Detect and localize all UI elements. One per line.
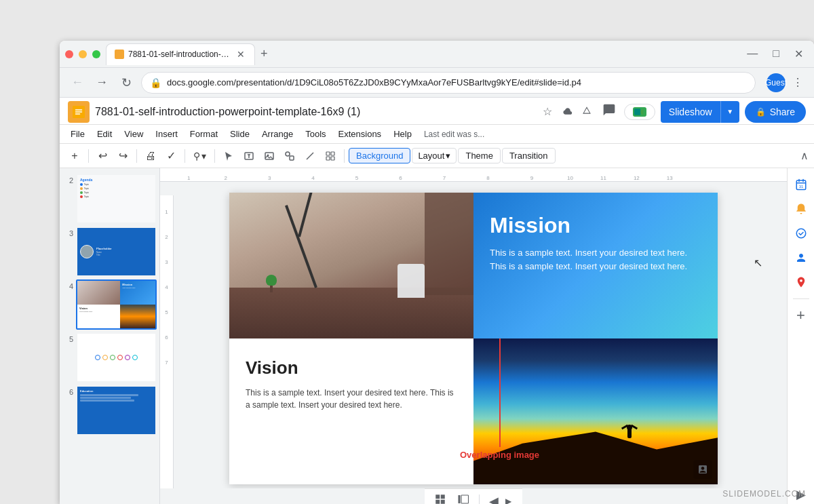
filmstrip-button[interactable] bbox=[453, 490, 473, 504]
slide-thumb-inner-6: Education bbox=[77, 387, 155, 434]
slide-item-4[interactable]: 4 Mission Text sample here Vision bbox=[62, 279, 157, 330]
chat-button[interactable] bbox=[600, 100, 619, 123]
menu-help[interactable]: Help bbox=[388, 126, 417, 142]
menu-view[interactable]: View bbox=[119, 126, 149, 142]
slide-thumb-5[interactable] bbox=[76, 332, 157, 383]
toolbar-more-insert[interactable] bbox=[321, 148, 340, 164]
address-bar: ← → ↻ 🔒 docs.google.com/presentation/d/1… bbox=[60, 68, 814, 98]
toolbar-print[interactable]: 🖨 bbox=[141, 147, 160, 165]
new-tab-button[interactable]: + bbox=[255, 44, 273, 64]
calendar-icon[interactable]: 31 bbox=[790, 174, 812, 195]
star-icon[interactable]: ☆ bbox=[540, 102, 555, 121]
slideshow-dropdown-icon[interactable]: ▼ bbox=[720, 101, 739, 123]
window-controls-right: — □ ✕ bbox=[741, 45, 809, 63]
slideshow-button[interactable]: Slideshow ▼ bbox=[661, 101, 739, 123]
menu-format[interactable]: Format bbox=[185, 126, 223, 142]
maximize-button[interactable] bbox=[92, 50, 100, 58]
active-tab[interactable]: 7881-01-self-introduction-powe... ✕ bbox=[106, 43, 255, 65]
slide-canvas-area: 1 2 3 4 5 6 7 ↖ bbox=[160, 182, 787, 488]
slide-thumb-2[interactable]: Agenda Topic Topic Topic Topic bbox=[76, 174, 157, 224]
tasks-icon[interactable] bbox=[790, 222, 812, 244]
toolbar-image[interactable] bbox=[260, 148, 279, 164]
menu-tools[interactable]: Tools bbox=[300, 126, 331, 142]
slides-panel: 2 Agenda Topic Topic Topic Topic bbox=[60, 168, 160, 504]
svg-rect-15 bbox=[435, 500, 440, 504]
collapse-panel-button[interactable]: ◀ bbox=[485, 491, 503, 505]
drive-icon[interactable] bbox=[579, 103, 594, 121]
refresh-button[interactable]: ↻ bbox=[117, 73, 136, 92]
slide-thumb-3[interactable]: Placeholder Name Title bbox=[76, 227, 157, 277]
menu-arrange[interactable]: Arrange bbox=[256, 126, 298, 142]
grid-view-button[interactable] bbox=[430, 490, 450, 504]
tab-close-icon[interactable]: ✕ bbox=[235, 49, 246, 60]
notification-icon[interactable] bbox=[790, 198, 812, 220]
share-lock-icon: 🔒 bbox=[756, 107, 766, 117]
theme-button[interactable]: Theme bbox=[458, 148, 500, 163]
menu-insert[interactable]: Insert bbox=[150, 126, 183, 142]
silhouette-photo bbox=[473, 338, 718, 484]
menu-edit[interactable]: Edit bbox=[92, 126, 117, 142]
slide-bottom-half: Vision This is a sample text. Insert you… bbox=[229, 338, 718, 484]
meet-button[interactable] bbox=[624, 104, 655, 120]
slide-item-2[interactable]: 2 Agenda Topic Topic Topic Topic bbox=[62, 174, 157, 224]
slide-thumb-4[interactable]: Mission Text sample here Vision Text sam… bbox=[76, 279, 157, 330]
menu-extensions[interactable]: Extensions bbox=[333, 126, 387, 142]
toolbar-undo[interactable]: ↩ bbox=[93, 147, 112, 165]
docs-title-row: 7881-01-self-introduction-powerpoint-tem… bbox=[68, 100, 806, 123]
bottom-separator bbox=[479, 495, 480, 505]
people-icon[interactable] bbox=[790, 247, 812, 269]
menu-bar: File Edit View Insert Format Slide Arran… bbox=[60, 125, 814, 144]
docs-title-icons: ☆ bbox=[540, 102, 594, 121]
title-bar: 7881-01-self-introduction-powe... ✕ + — … bbox=[60, 41, 814, 68]
docs-filename: 7881-01-self-introduction-powerpoint-tem… bbox=[95, 106, 535, 118]
toolbar-collapse-icon[interactable]: ∧ bbox=[800, 149, 809, 162]
mission-box: Mission This is a sample text. Insert yo… bbox=[473, 193, 718, 338]
toolbar-zoom[interactable]: ⚲ ▾ bbox=[189, 148, 210, 164]
vision-box: Vision This is a sample text. Insert you… bbox=[229, 338, 473, 484]
transition-button[interactable]: Transition bbox=[502, 148, 556, 163]
toolbar-shapes[interactable] bbox=[280, 148, 299, 164]
sidebar-add-button[interactable]: + bbox=[790, 305, 812, 326]
meet-icon bbox=[633, 107, 646, 117]
cloud-icon[interactable] bbox=[559, 103, 575, 121]
separator-1 bbox=[88, 149, 89, 163]
toolbar-spellcheck[interactable]: ✓ bbox=[161, 147, 180, 165]
docs-action-buttons: Slideshow ▼ 🔒 Share bbox=[600, 100, 806, 123]
toolbar-cursor[interactable] bbox=[219, 148, 238, 164]
url-text: docs.google.com/presentation/d/1D9CiL08o… bbox=[167, 77, 747, 88]
tab-title: 7881-01-self-introduction-powe... bbox=[128, 50, 231, 59]
toolbar-line[interactable] bbox=[301, 148, 319, 164]
window-close-btn[interactable]: ✕ bbox=[789, 45, 809, 63]
window-restore-btn[interactable]: □ bbox=[767, 45, 785, 63]
main-content: 2 Agenda Topic Topic Topic Topic bbox=[60, 168, 814, 504]
menu-slide[interactable]: Slide bbox=[225, 126, 255, 142]
address-icons: Guest ⋮ bbox=[767, 73, 806, 92]
toolbar-textbox[interactable] bbox=[239, 148, 258, 164]
close-button[interactable] bbox=[65, 50, 73, 58]
separator-2 bbox=[136, 149, 137, 163]
slide-thumb-6[interactable]: Education bbox=[76, 385, 157, 435]
maps-icon[interactable] bbox=[790, 271, 812, 293]
minimize-button[interactable] bbox=[79, 50, 87, 58]
ruler-top: 1 2 3 4 5 6 7 8 9 10 11 12 13 bbox=[160, 168, 787, 182]
slide-item-3[interactable]: 3 Placeholder Name Title bbox=[62, 227, 157, 277]
menu-file[interactable]: File bbox=[65, 126, 90, 142]
toolbar-add-btn[interactable]: + bbox=[65, 147, 84, 165]
background-button[interactable]: Background bbox=[349, 148, 410, 163]
mission-title: Mission bbox=[490, 213, 701, 238]
window-minimize-btn[interactable]: — bbox=[741, 45, 763, 63]
lock-icon: 🔒 bbox=[150, 77, 161, 88]
slide-item-5[interactable]: 5 bbox=[62, 332, 157, 383]
slide-canvas[interactable]: Mission This is a sample text. Insert yo… bbox=[229, 193, 718, 484]
profile-button[interactable]: Guest bbox=[767, 73, 786, 92]
page-indicator[interactable] bbox=[693, 460, 712, 479]
slide-item-6[interactable]: 6 Education bbox=[62, 385, 157, 435]
back-button[interactable]: ← bbox=[68, 73, 87, 92]
svg-rect-10 bbox=[331, 157, 334, 160]
forward-button[interactable]: → bbox=[92, 73, 111, 92]
url-bar[interactable]: 🔒 docs.google.com/presentation/d/1D9CiL0… bbox=[141, 72, 756, 94]
share-button[interactable]: 🔒 Share bbox=[745, 101, 806, 123]
layout-button[interactable]: Layout ▾ bbox=[412, 148, 457, 163]
extensions-button[interactable]: ⋮ bbox=[790, 73, 806, 92]
toolbar-redo[interactable]: ↪ bbox=[113, 147, 132, 165]
